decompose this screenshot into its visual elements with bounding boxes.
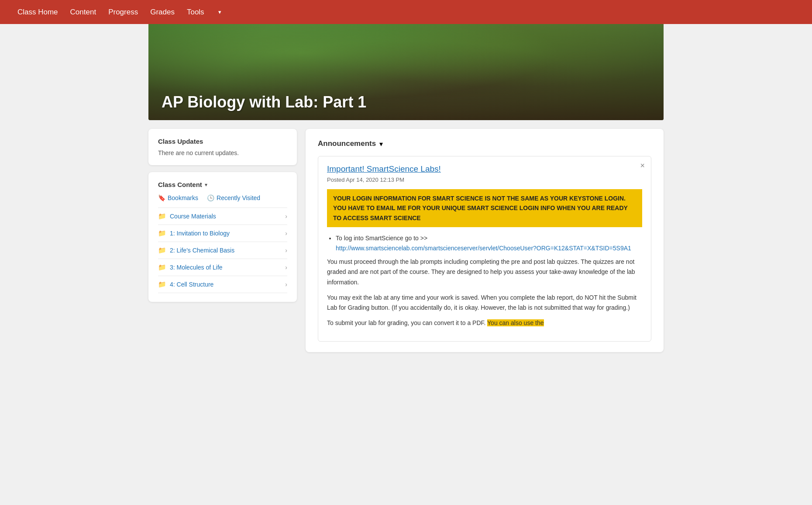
list-arrow-icon: › xyxy=(285,213,287,220)
smartscience-link[interactable]: http://www.smartsciencelab.com/smartscie… xyxy=(336,245,631,252)
bookmark-icon: 🔖 xyxy=(158,194,165,201)
announcement-body: To log into SmartScience go to >> http:/… xyxy=(327,233,642,328)
announcement-title[interactable]: Important! SmartScience Labs! xyxy=(327,164,642,174)
para3-highlight: You can also use the xyxy=(487,319,544,326)
class-content-chevron-icon[interactable]: ▾ xyxy=(205,182,207,188)
announcement-para3: To submit your lab for grading, you can … xyxy=(327,318,642,328)
class-content-card: Class Content ▾ 🔖 Bookmarks 🕒 Recently V… xyxy=(148,172,297,302)
list-item-label: 1: Invitation to Biology xyxy=(170,230,285,237)
folder-icon: 📁 xyxy=(158,280,166,288)
tools-chevron-icon: ▾ xyxy=(218,9,221,15)
two-column-layout: Class Updates There are no current updat… xyxy=(148,129,664,352)
announcement-block: × Important! SmartScience Labs! Posted A… xyxy=(318,156,651,342)
announcements-label: Announcements xyxy=(318,139,376,148)
list-item-label: 3: Molecules of Life xyxy=(170,264,285,271)
nav-class-home[interactable]: Class Home xyxy=(17,8,58,17)
content-list: 📁 Course Materials › 📁 1: Invitation to … xyxy=(158,208,287,293)
folder-icon: 📁 xyxy=(158,263,166,271)
list-item-label: 4: Cell Structure xyxy=(170,281,285,288)
list-item[interactable]: 📁 2: Life's Chemical Basis › xyxy=(158,242,287,259)
class-updates-card: Class Updates There are no current updat… xyxy=(148,129,297,165)
announcement-highlight: YOUR LOGIN INFORMATION FOR SMART SCIENCE… xyxy=(327,189,642,227)
hero-banner: AP Biology with Lab: Part 1 xyxy=(148,24,664,120)
list-arrow-icon: › xyxy=(285,281,287,288)
nav-tools[interactable]: Tools xyxy=(187,8,204,17)
bookmarks-tab[interactable]: 🔖 Bookmarks xyxy=(158,194,198,201)
announcement-para1: You must proceed through the lab prompts… xyxy=(327,257,642,287)
announcements-chevron-icon[interactable]: ▾ xyxy=(379,140,383,148)
list-arrow-icon: › xyxy=(285,230,287,237)
list-item[interactable]: 📁 1: Invitation to Biology › xyxy=(158,225,287,242)
main-content: Announcements ▾ × Important! SmartScienc… xyxy=(306,129,664,352)
bookmarks-label: Bookmarks xyxy=(168,194,198,201)
folder-icon: 📁 xyxy=(158,212,166,220)
content-tabs-row: 🔖 Bookmarks 🕒 Recently Visited xyxy=(158,194,287,201)
list-arrow-icon: › xyxy=(285,247,287,254)
clock-icon: 🕒 xyxy=(207,194,214,201)
class-updates-body: There are no current updates. xyxy=(158,149,287,156)
para3-start: To submit your lab for grading, you can … xyxy=(327,319,487,326)
hero-wrapper: AP Biology with Lab: Part 1 xyxy=(0,24,812,120)
folder-icon: 📁 xyxy=(158,246,166,254)
recently-visited-tab[interactable]: 🕒 Recently Visited xyxy=(207,194,260,201)
class-content-title: Class Content xyxy=(158,181,202,188)
sidebar: Class Updates There are no current updat… xyxy=(148,129,297,302)
hero-center: AP Biology with Lab: Part 1 xyxy=(148,24,664,120)
announcement-para2: You may exit the lab at any time and you… xyxy=(327,293,642,313)
bullet-text: To log into SmartScience go to >> xyxy=(336,235,427,242)
folder-icon: 📁 xyxy=(158,229,166,237)
nav-progress[interactable]: Progress xyxy=(108,8,138,17)
list-item[interactable]: 📁 Course Materials › xyxy=(158,208,287,225)
nav-grades[interactable]: Grades xyxy=(150,8,175,17)
recently-visited-label: Recently Visited xyxy=(217,194,260,201)
class-content-header: Class Content ▾ xyxy=(158,181,287,188)
list-item[interactable]: 📁 4: Cell Structure › xyxy=(158,276,287,293)
close-button[interactable]: × xyxy=(640,162,645,169)
nav-tools-wrapper[interactable]: Tools ▾ xyxy=(187,8,221,17)
class-updates-title: Class Updates xyxy=(158,138,287,145)
list-item-label: Course Materials xyxy=(170,213,285,220)
top-navigation: Class Home Content Progress Grades Tools… xyxy=(0,0,812,24)
list-arrow-icon: › xyxy=(285,264,287,271)
announcement-date: Posted Apr 14, 2020 12:13 PM xyxy=(327,176,642,183)
announcements-header: Announcements ▾ xyxy=(318,139,651,148)
course-title: AP Biology with Lab: Part 1 xyxy=(162,93,366,111)
list-item-label: 2: Life's Chemical Basis xyxy=(170,247,285,254)
list-item[interactable]: 📁 3: Molecules of Life › xyxy=(158,259,287,276)
nav-content[interactable]: Content xyxy=(70,8,96,17)
announcement-bullet: To log into SmartScience go to >> http:/… xyxy=(336,233,642,253)
page-wrap: Class Updates There are no current updat… xyxy=(148,120,664,370)
